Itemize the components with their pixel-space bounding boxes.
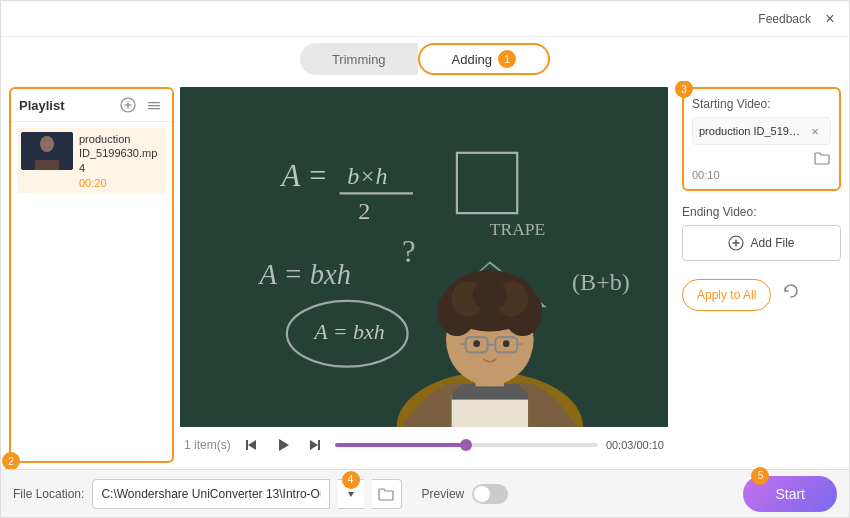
main-content: 2 Playlist: [1, 81, 849, 469]
playlist-item[interactable]: production ID_5199630.mp4 00:20: [17, 128, 166, 193]
svg-rect-3: [148, 102, 160, 103]
right-panel: 3 Starting Video: production ID_5199630.…: [674, 81, 849, 469]
svg-text:A =: A =: [279, 159, 328, 193]
starting-file-row: production ID_5199630.... ×: [692, 117, 831, 145]
file-location-input[interactable]: [92, 479, 329, 509]
svg-line-40: [460, 344, 465, 345]
starting-video-box: 3 Starting Video: production ID_5199630.…: [682, 87, 841, 191]
playlist-menu-btn[interactable]: [144, 95, 164, 115]
svg-rect-5: [148, 108, 160, 109]
playlist-badge: 2: [2, 452, 20, 469]
svg-text:A = bxh: A = bxh: [257, 259, 351, 290]
next-button[interactable]: [303, 433, 327, 457]
bottom-bar: File Location: 4 Preview 5 Start: [1, 469, 849, 517]
svg-text:2: 2: [358, 198, 370, 224]
svg-text:A = bxh: A = bxh: [312, 319, 384, 344]
start-badge: 5: [751, 467, 769, 485]
prev-button[interactable]: [239, 433, 263, 457]
svg-point-43: [503, 340, 510, 347]
playlist-items: production ID_5199630.mp4 00:20: [11, 122, 172, 461]
title-bar-actions: Feedback ×: [758, 10, 839, 28]
svg-text:TRAPE: TRAPE: [490, 219, 546, 239]
svg-rect-45: [246, 440, 248, 450]
playlist-thumb: [21, 132, 73, 170]
start-label: Start: [775, 486, 805, 502]
starting-file-remove-btn[interactable]: ×: [806, 122, 824, 140]
items-count: 1 item(s): [184, 438, 231, 452]
ending-video-label: Ending Video:: [682, 205, 841, 219]
svg-rect-9: [35, 160, 59, 170]
app-container: Feedback × Trimming Adding 1 2 Playlist: [0, 0, 850, 518]
video-frame: A = b×h 2 A = bxh TRAPE A = bxh (B+b): [180, 87, 668, 427]
video-controls: 1 item(s) 00:03/00:10: [180, 427, 668, 463]
progress-thumb[interactable]: [460, 439, 472, 451]
svg-marker-44: [248, 440, 256, 450]
preview-toggle[interactable]: [472, 484, 508, 504]
starting-video-label: Starting Video:: [692, 97, 831, 111]
add-file-label: Add File: [750, 236, 794, 250]
item-thumb-wrap: [21, 132, 73, 170]
svg-text:?: ?: [402, 235, 416, 269]
playlist-item-info: production ID_5199630.mp4 00:20: [79, 132, 162, 189]
dropdown-badge: 4: [342, 471, 360, 489]
close-button[interactable]: ×: [821, 10, 839, 28]
file-location-label: File Location:: [13, 487, 84, 501]
svg-line-41: [517, 344, 522, 345]
playlist-add-btn[interactable]: [118, 95, 138, 115]
playlist-title: Playlist: [19, 98, 65, 113]
start-button[interactable]: 5 Start: [743, 476, 837, 512]
apply-row: Apply to All: [682, 271, 841, 311]
location-folder-button[interactable]: [372, 479, 402, 509]
starting-duration: 00:10: [692, 169, 831, 181]
progress-fill: [335, 443, 467, 447]
tabs-bar: Trimming Adding 1: [1, 37, 849, 81]
playlist-item-duration: 00:20: [79, 177, 162, 189]
tab-trimming-label: Trimming: [332, 52, 386, 67]
svg-point-36: [472, 280, 507, 311]
svg-marker-47: [310, 440, 318, 450]
starting-file-folder-btn[interactable]: [813, 149, 831, 167]
playlist-item-name: production ID_5199630.mp4: [79, 132, 162, 175]
preview-label: Preview: [422, 487, 465, 501]
tab-adding[interactable]: Adding 1: [418, 43, 550, 75]
svg-point-42: [473, 340, 480, 347]
title-bar: Feedback ×: [1, 1, 849, 37]
apply-to-all-label: Apply to All: [697, 288, 756, 302]
svg-marker-52: [348, 492, 354, 497]
tab-trimming[interactable]: Trimming: [300, 43, 418, 75]
add-file-button[interactable]: Add File: [682, 225, 841, 261]
playlist-panel: 2 Playlist: [9, 87, 174, 463]
video-preview: A = b×h 2 A = bxh TRAPE A = bxh (B+b): [174, 81, 674, 469]
progress-bar[interactable]: [335, 443, 598, 447]
svg-rect-4: [148, 105, 160, 106]
tab-adding-badge: 1: [498, 50, 516, 68]
ending-video-section: Ending Video: Add File: [682, 205, 841, 261]
toggle-knob: [474, 486, 490, 502]
feedback-link[interactable]: Feedback: [758, 12, 811, 26]
apply-to-all-button[interactable]: Apply to All: [682, 279, 771, 311]
svg-text:(B+b): (B+b): [572, 269, 630, 295]
playlist-actions: [118, 95, 164, 115]
svg-text:b×h: b×h: [347, 163, 387, 189]
starting-video-badge: 3: [675, 81, 693, 98]
play-button[interactable]: [271, 433, 295, 457]
refresh-button[interactable]: [777, 277, 805, 305]
svg-rect-12: [180, 87, 668, 427]
svg-point-8: [40, 136, 54, 152]
svg-rect-48: [318, 440, 320, 450]
tab-adding-label: Adding: [452, 52, 492, 67]
playlist-header: Playlist: [11, 89, 172, 122]
svg-marker-46: [279, 439, 289, 451]
time-display: 00:03/00:10: [606, 439, 664, 451]
starting-file-name: production ID_5199630....: [699, 125, 806, 137]
location-dropdown-button[interactable]: 4: [338, 479, 364, 509]
